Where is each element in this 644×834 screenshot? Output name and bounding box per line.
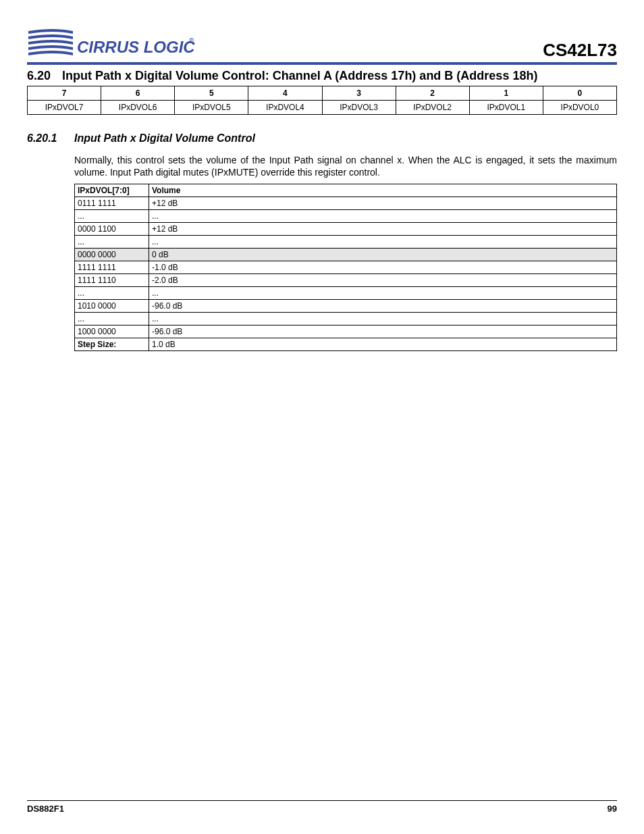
step-size-value: 1.0 dB <box>149 338 617 351</box>
vol-code: 0000 0000 <box>75 249 149 261</box>
bit-header: 2 <box>396 86 469 101</box>
bit-cell: IPxDVOL7 <box>28 101 101 115</box>
cirrus-logic-logo: CIRRUS LOGIC ® <box>27 24 196 61</box>
logo-icon: CIRRUS LOGIC ® <box>27 24 196 61</box>
table-row: IPxDVOL[7:0] Volume <box>75 184 617 197</box>
vol-code: 1111 1110 <box>75 274 149 287</box>
vol-code: 1111 1111 <box>75 261 149 274</box>
vol-code: 0000 1100 <box>75 223 149 236</box>
content-body: Normally, this control sets the volume o… <box>74 154 617 351</box>
bit-header: 3 <box>322 86 396 101</box>
vol-value: ... <box>149 236 617 249</box>
bit-cell: IPxDVOL4 <box>248 101 322 115</box>
subsection-number: 6.20.1 <box>27 132 74 145</box>
vol-value: ... <box>149 210 617 223</box>
table-row: ...... <box>75 210 617 223</box>
table-row: 0000 1100+12 dB <box>75 223 617 236</box>
table-row: 1111 1111-1.0 dB <box>75 261 617 274</box>
vol-code: ... <box>75 287 149 300</box>
vol-code: 1010 0000 <box>75 300 149 313</box>
page-footer: DS882F1 99 <box>27 800 617 814</box>
vol-code: ... <box>75 236 149 249</box>
vol-header: Volume <box>149 184 617 197</box>
table-row: 0111 1111+12 dB <box>75 197 617 210</box>
bit-cell: IPxDVOL6 <box>101 101 175 115</box>
footer-divider <box>27 800 617 801</box>
table-row: 1010 0000-96.0 dB <box>75 300 617 313</box>
bit-cell: IPxDVOL1 <box>469 101 543 115</box>
bit-cell: IPxDVOL5 <box>175 101 248 115</box>
table-row: 0000 00000 dB <box>75 249 617 261</box>
bit-header: 4 <box>248 86 322 101</box>
vol-header: IPxDVOL[7:0] <box>75 184 149 197</box>
bit-header: 5 <box>175 86 248 101</box>
volume-table: IPxDVOL[7:0] Volume 0111 1111+12 dB.....… <box>74 184 617 351</box>
vol-value: -96.0 dB <box>149 300 617 313</box>
vol-value: -96.0 dB <box>149 325 617 338</box>
vol-code: ... <box>75 210 149 223</box>
vol-code: 1000 0000 <box>75 325 149 338</box>
table-row: ...... <box>75 313 617 325</box>
table-row: ...... <box>75 236 617 249</box>
vol-value: +12 dB <box>149 223 617 236</box>
step-size-label: Step Size: <box>75 338 149 351</box>
table-row: 7 6 5 4 3 2 1 0 <box>28 86 617 101</box>
subsection-title: Input Path x Digital Volume Control <box>74 132 255 145</box>
paragraph-text: Normally, this control sets the volume o… <box>74 154 617 178</box>
bit-header: 0 <box>543 86 616 101</box>
header-divider <box>27 62 617 65</box>
bit-header: 1 <box>469 86 543 101</box>
section-title: Input Path x Digital Volume Control: Cha… <box>62 69 537 83</box>
bit-field-table: 7 6 5 4 3 2 1 0 IPxDVOL7 IPxDVOL6 IPxDVO… <box>27 86 617 115</box>
section-number: 6.20 <box>27 69 62 83</box>
vol-code: 0111 1111 <box>75 197 149 210</box>
table-row: ...... <box>75 287 617 300</box>
part-number: CS42L73 <box>543 40 617 61</box>
svg-text:CIRRUS LOGIC: CIRRUS LOGIC <box>77 38 195 56</box>
bit-header: 6 <box>101 86 175 101</box>
doc-id: DS882F1 <box>27 804 64 814</box>
bit-cell: IPxDVOL3 <box>322 101 396 115</box>
table-row: 1111 1110-2.0 dB <box>75 274 617 287</box>
vol-value: ... <box>149 313 617 325</box>
page-header: CIRRUS LOGIC ® CS42L73 <box>27 24 617 61</box>
vol-value: -2.0 dB <box>149 274 617 287</box>
table-row: 1000 0000-96.0 dB <box>75 325 617 338</box>
vol-code: ... <box>75 313 149 325</box>
vol-value: +12 dB <box>149 197 617 210</box>
vol-value: ... <box>149 287 617 300</box>
table-row: IPxDVOL7 IPxDVOL6 IPxDVOL5 IPxDVOL4 IPxD… <box>28 101 617 115</box>
vol-value: -1.0 dB <box>149 261 617 274</box>
vol-value: 0 dB <box>149 249 617 261</box>
svg-text:®: ® <box>189 37 194 45</box>
bit-cell: IPxDVOL0 <box>543 101 616 115</box>
subsection-heading: 6.20.1 Input Path x Digital Volume Contr… <box>27 132 617 145</box>
table-row: Step Size: 1.0 dB <box>75 338 617 351</box>
section-heading: 6.20 Input Path x Digital Volume Control… <box>27 69 617 83</box>
page-number: 99 <box>608 804 617 814</box>
bit-header: 7 <box>28 86 101 101</box>
bit-cell: IPxDVOL2 <box>396 101 469 115</box>
